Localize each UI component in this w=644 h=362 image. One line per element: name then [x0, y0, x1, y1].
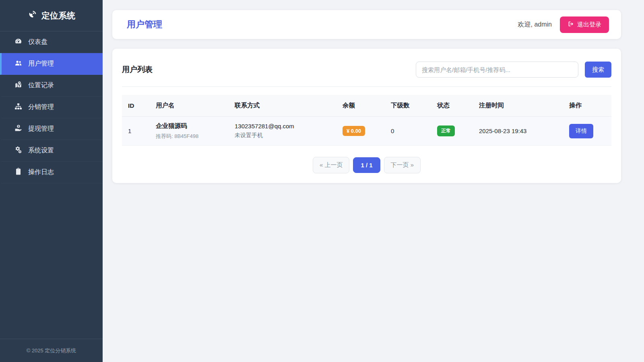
sidebar-copyright: © 2025 定位分销系统	[0, 339, 103, 362]
status-cell: 正常	[431, 117, 473, 146]
logout-label: 退出登录	[577, 21, 601, 29]
search-button[interactable]: 搜索	[585, 62, 611, 78]
sidebar-item-withdrawals[interactable]: 提现管理	[0, 118, 103, 140]
pagination: « 上一页 1 / 1 下一页 »	[122, 157, 611, 173]
user-table: ID 用户名 联系方式 余额 下级数 状态 注册时间 操作 1 企业猫源码 推荐…	[122, 95, 611, 146]
sidebar-item-label: 操作日志	[28, 168, 54, 177]
sidebar-item-label: 提现管理	[28, 125, 54, 133]
status-badge: 正常	[437, 125, 455, 136]
col-header-actions: 操作	[563, 95, 611, 117]
page-title: 用户管理	[127, 19, 162, 31]
map-marker-icon	[14, 81, 22, 90]
table-header-row: ID 用户名 联系方式 余额 下级数 状态 注册时间 操作	[122, 95, 611, 117]
balance-badge: ¥ 0.00	[343, 126, 365, 136]
user-list-card: 用户列表 搜索 ID 用户名 联系方式 余额 下级数 状态 注册时间	[112, 49, 621, 183]
sidebar-item-users[interactable]: 用户管理	[0, 53, 103, 75]
col-header-registered: 注册时间	[473, 95, 563, 117]
list-title: 用户列表	[122, 64, 153, 75]
prev-page-button[interactable]: « 上一页	[313, 157, 350, 173]
sign-out-icon	[568, 21, 574, 28]
col-header-status: 状态	[431, 95, 473, 117]
users-icon	[14, 59, 22, 68]
col-header-contact: 联系方式	[229, 95, 336, 117]
registered-cell: 2025-08-23 19:43	[473, 117, 563, 146]
actions-cell: 详情	[563, 117, 611, 146]
gauge-icon	[14, 37, 22, 47]
col-header-id: ID	[122, 95, 150, 117]
list-toolbar: 用户列表 搜索	[122, 58, 611, 78]
main-content: 用户管理 欢迎, admin 退出登录 用户列表 搜索	[103, 0, 644, 362]
sidebar-item-label: 用户管理	[28, 60, 54, 68]
detail-button[interactable]: 详情	[569, 124, 593, 138]
satellite-dish-icon	[27, 10, 37, 21]
sidebar-item-distribution[interactable]: 分销管理	[0, 97, 103, 118]
table-row: 1 企业猫源码 推荐码: 8B45F498 1302357281@qq.com …	[122, 117, 611, 146]
phone-text: 未设置手机	[235, 132, 331, 139]
next-page-button[interactable]: 下一页 »	[384, 157, 421, 173]
current-page-button[interactable]: 1 / 1	[353, 157, 380, 173]
sidebar-item-logs[interactable]: 操作日志	[0, 162, 103, 183]
sitemap-icon	[14, 103, 22, 112]
subordinates-cell: 0	[385, 117, 431, 146]
clipboard-list-icon	[14, 168, 22, 177]
username-text: 企业猫源码	[156, 122, 223, 130]
sidebar-item-settings[interactable]: 系统设置	[0, 140, 103, 162]
balance-cell: ¥ 0.00	[336, 117, 385, 146]
col-header-subordinates: 下级数	[385, 95, 431, 117]
sidebar-item-label: 系统设置	[28, 146, 54, 155]
sidebar-nav: 仪表盘 用户管理 位置记录 分销管理 提现管理	[0, 31, 103, 183]
sidebar-item-dashboard[interactable]: 仪表盘	[0, 31, 103, 53]
sidebar-item-label: 仪表盘	[28, 38, 47, 46]
username-cell: 企业猫源码 推荐码: 8B45F498	[150, 117, 229, 146]
sidebar-item-label: 位置记录	[28, 81, 54, 90]
brand: 定位系统	[0, 0, 103, 31]
divider	[122, 86, 611, 87]
welcome-text: 欢迎, admin	[518, 21, 552, 29]
col-header-username: 用户名	[150, 95, 229, 117]
contact-cell: 1302357281@qq.com 未设置手机	[229, 117, 336, 146]
sidebar-item-locations[interactable]: 位置记录	[0, 75, 103, 97]
hand-holding-dollar-icon	[14, 124, 22, 134]
user-id-cell: 1	[122, 117, 150, 146]
email-text: 1302357281@qq.com	[235, 123, 331, 130]
gears-icon	[14, 146, 22, 155]
brand-title: 定位系统	[41, 10, 75, 21]
top-header: 用户管理 欢迎, admin 退出登录	[112, 10, 621, 39]
col-header-balance: 余额	[336, 95, 385, 117]
ref-code-text: 推荐码: 8B45F498	[156, 133, 223, 140]
sidebar-item-label: 分销管理	[28, 103, 54, 111]
topbar-right: 欢迎, admin 退出登录	[518, 16, 609, 33]
search-box: 搜索	[416, 62, 611, 78]
search-input[interactable]	[416, 62, 578, 78]
logout-button[interactable]: 退出登录	[560, 16, 609, 33]
sidebar: 定位系统 仪表盘 用户管理 位置记录 分销管理	[0, 0, 103, 362]
